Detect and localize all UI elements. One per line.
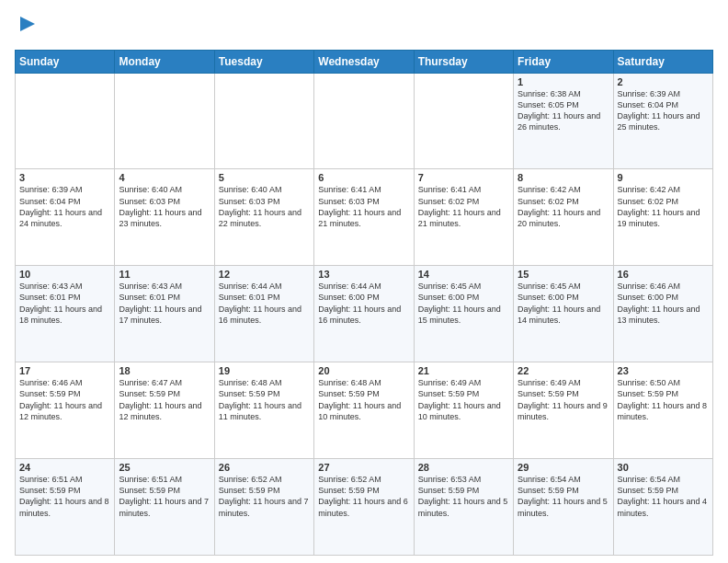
day-info: Sunrise: 6:45 AM Sunset: 6:00 PM Dayligh… xyxy=(518,281,609,326)
day-info: Sunrise: 6:49 AM Sunset: 5:59 PM Dayligh… xyxy=(418,377,509,422)
day-number: 17 xyxy=(19,365,110,376)
calendar-cell: 9Sunrise: 6:42 AM Sunset: 6:02 PM Daylig… xyxy=(613,169,712,266)
day-number: 18 xyxy=(119,365,210,376)
calendar-cell: 8Sunrise: 6:42 AM Sunset: 6:02 PM Daylig… xyxy=(514,169,613,266)
day-number: 30 xyxy=(618,462,709,473)
calendar-cell: 29Sunrise: 6:54 AM Sunset: 5:59 PM Dayli… xyxy=(514,459,613,556)
calendar-cell: 28Sunrise: 6:53 AM Sunset: 5:59 PM Dayli… xyxy=(414,459,513,556)
day-number: 11 xyxy=(119,269,210,280)
calendar-cell: 17Sunrise: 6:46 AM Sunset: 5:59 PM Dayli… xyxy=(16,362,115,459)
day-info: Sunrise: 6:42 AM Sunset: 6:02 PM Dayligh… xyxy=(618,184,709,229)
header xyxy=(15,15,713,42)
calendar-cell: 7Sunrise: 6:41 AM Sunset: 6:02 PM Daylig… xyxy=(414,169,513,266)
day-number: 20 xyxy=(318,365,409,376)
day-info: Sunrise: 6:40 AM Sunset: 6:03 PM Dayligh… xyxy=(219,184,310,229)
day-number: 21 xyxy=(418,365,509,376)
day-info: Sunrise: 6:41 AM Sunset: 6:02 PM Dayligh… xyxy=(418,184,509,229)
day-info: Sunrise: 6:41 AM Sunset: 6:03 PM Dayligh… xyxy=(318,184,409,229)
day-info: Sunrise: 6:43 AM Sunset: 6:01 PM Dayligh… xyxy=(19,281,110,326)
calendar-cell: 27Sunrise: 6:52 AM Sunset: 5:59 PM Dayli… xyxy=(314,459,414,556)
calendar-cell: 24Sunrise: 6:51 AM Sunset: 5:59 PM Dayli… xyxy=(16,459,115,556)
calendar-cell: 13Sunrise: 6:44 AM Sunset: 6:00 PM Dayli… xyxy=(314,266,414,362)
calendar-cell xyxy=(115,73,214,169)
day-info: Sunrise: 6:44 AM Sunset: 6:01 PM Dayligh… xyxy=(219,281,310,326)
calendar-week-4: 17Sunrise: 6:46 AM Sunset: 5:59 PM Dayli… xyxy=(16,362,713,459)
day-number: 29 xyxy=(518,462,609,473)
calendar-week-1: 1Sunrise: 6:38 AM Sunset: 6:05 PM Daylig… xyxy=(16,73,713,169)
day-info: Sunrise: 6:44 AM Sunset: 6:00 PM Dayligh… xyxy=(318,281,409,326)
day-number: 25 xyxy=(119,462,210,473)
day-info: Sunrise: 6:51 AM Sunset: 5:59 PM Dayligh… xyxy=(119,474,210,519)
calendar-cell: 19Sunrise: 6:48 AM Sunset: 5:59 PM Dayli… xyxy=(214,362,313,459)
day-number: 3 xyxy=(19,172,110,183)
day-info: Sunrise: 6:39 AM Sunset: 6:04 PM Dayligh… xyxy=(19,184,110,229)
day-number: 6 xyxy=(318,172,409,183)
calendar-cell xyxy=(16,73,115,169)
calendar-header-monday: Monday xyxy=(115,50,214,73)
day-info: Sunrise: 6:51 AM Sunset: 5:59 PM Dayligh… xyxy=(19,474,110,519)
calendar-cell: 25Sunrise: 6:51 AM Sunset: 5:59 PM Dayli… xyxy=(115,459,214,556)
day-number: 7 xyxy=(418,172,509,183)
calendar-cell: 2Sunrise: 6:39 AM Sunset: 6:04 PM Daylig… xyxy=(613,73,712,169)
day-number: 10 xyxy=(19,269,110,280)
svg-marker-0 xyxy=(20,17,35,31)
day-info: Sunrise: 6:46 AM Sunset: 6:00 PM Dayligh… xyxy=(618,281,709,326)
calendar-cell: 23Sunrise: 6:50 AM Sunset: 5:59 PM Dayli… xyxy=(613,362,712,459)
calendar-cell: 26Sunrise: 6:52 AM Sunset: 5:59 PM Dayli… xyxy=(214,459,313,556)
calendar-cell: 21Sunrise: 6:49 AM Sunset: 5:59 PM Dayli… xyxy=(414,362,513,459)
calendar-header-thursday: Thursday xyxy=(414,50,513,73)
day-number: 28 xyxy=(418,462,509,473)
calendar-week-5: 24Sunrise: 6:51 AM Sunset: 5:59 PM Dayli… xyxy=(16,459,713,556)
calendar-header-sunday: Sunday xyxy=(16,50,115,73)
calendar-cell: 11Sunrise: 6:43 AM Sunset: 6:01 PM Dayli… xyxy=(115,266,214,362)
day-number: 5 xyxy=(219,172,310,183)
day-info: Sunrise: 6:53 AM Sunset: 5:59 PM Dayligh… xyxy=(418,474,509,519)
calendar-header-friday: Friday xyxy=(514,50,613,73)
day-number: 19 xyxy=(219,365,310,376)
day-info: Sunrise: 6:46 AM Sunset: 5:59 PM Dayligh… xyxy=(19,377,110,422)
calendar-cell xyxy=(314,73,414,169)
calendar-cell: 3Sunrise: 6:39 AM Sunset: 6:04 PM Daylig… xyxy=(16,169,115,266)
day-number: 15 xyxy=(518,269,609,280)
day-info: Sunrise: 6:38 AM Sunset: 6:05 PM Dayligh… xyxy=(518,88,609,133)
logo xyxy=(15,15,39,42)
day-info: Sunrise: 6:54 AM Sunset: 5:59 PM Dayligh… xyxy=(618,474,709,519)
calendar-table: SundayMondayTuesdayWednesdayThursdayFrid… xyxy=(15,50,713,556)
calendar-cell xyxy=(214,73,313,169)
calendar-cell: 1Sunrise: 6:38 AM Sunset: 6:05 PM Daylig… xyxy=(514,73,613,169)
calendar-header-wednesday: Wednesday xyxy=(314,50,414,73)
day-number: 9 xyxy=(618,172,709,183)
logo-flag-icon xyxy=(17,15,39,37)
page: SundayMondayTuesdayWednesdayThursdayFrid… xyxy=(0,0,728,563)
day-info: Sunrise: 6:47 AM Sunset: 5:59 PM Dayligh… xyxy=(119,377,210,422)
calendar-cell: 12Sunrise: 6:44 AM Sunset: 6:01 PM Dayli… xyxy=(214,266,313,362)
calendar-cell: 16Sunrise: 6:46 AM Sunset: 6:00 PM Dayli… xyxy=(613,266,712,362)
day-info: Sunrise: 6:54 AM Sunset: 5:59 PM Dayligh… xyxy=(518,474,609,519)
calendar-cell: 30Sunrise: 6:54 AM Sunset: 5:59 PM Dayli… xyxy=(613,459,712,556)
day-info: Sunrise: 6:52 AM Sunset: 5:59 PM Dayligh… xyxy=(219,474,310,519)
calendar-cell: 20Sunrise: 6:48 AM Sunset: 5:59 PM Dayli… xyxy=(314,362,414,459)
day-number: 27 xyxy=(318,462,409,473)
calendar-header-saturday: Saturday xyxy=(613,50,712,73)
day-info: Sunrise: 6:39 AM Sunset: 6:04 PM Dayligh… xyxy=(618,88,709,133)
day-info: Sunrise: 6:49 AM Sunset: 5:59 PM Dayligh… xyxy=(518,377,609,422)
calendar-cell: 22Sunrise: 6:49 AM Sunset: 5:59 PM Dayli… xyxy=(514,362,613,459)
day-info: Sunrise: 6:50 AM Sunset: 5:59 PM Dayligh… xyxy=(618,377,709,422)
calendar-cell xyxy=(414,73,513,169)
day-number: 23 xyxy=(618,365,709,376)
calendar-header-row: SundayMondayTuesdayWednesdayThursdayFrid… xyxy=(16,50,713,73)
calendar-cell: 14Sunrise: 6:45 AM Sunset: 6:00 PM Dayli… xyxy=(414,266,513,362)
day-number: 16 xyxy=(618,269,709,280)
calendar-cell: 5Sunrise: 6:40 AM Sunset: 6:03 PM Daylig… xyxy=(214,169,313,266)
calendar-cell: 18Sunrise: 6:47 AM Sunset: 5:59 PM Dayli… xyxy=(115,362,214,459)
calendar-cell: 15Sunrise: 6:45 AM Sunset: 6:00 PM Dayli… xyxy=(514,266,613,362)
day-info: Sunrise: 6:40 AM Sunset: 6:03 PM Dayligh… xyxy=(119,184,210,229)
calendar-cell: 4Sunrise: 6:40 AM Sunset: 6:03 PM Daylig… xyxy=(115,169,214,266)
day-info: Sunrise: 6:45 AM Sunset: 6:00 PM Dayligh… xyxy=(418,281,509,326)
day-number: 8 xyxy=(518,172,609,183)
day-info: Sunrise: 6:48 AM Sunset: 5:59 PM Dayligh… xyxy=(219,377,310,422)
day-number: 13 xyxy=(318,269,409,280)
day-number: 26 xyxy=(219,462,310,473)
day-number: 14 xyxy=(418,269,509,280)
day-info: Sunrise: 6:52 AM Sunset: 5:59 PM Dayligh… xyxy=(318,474,409,519)
